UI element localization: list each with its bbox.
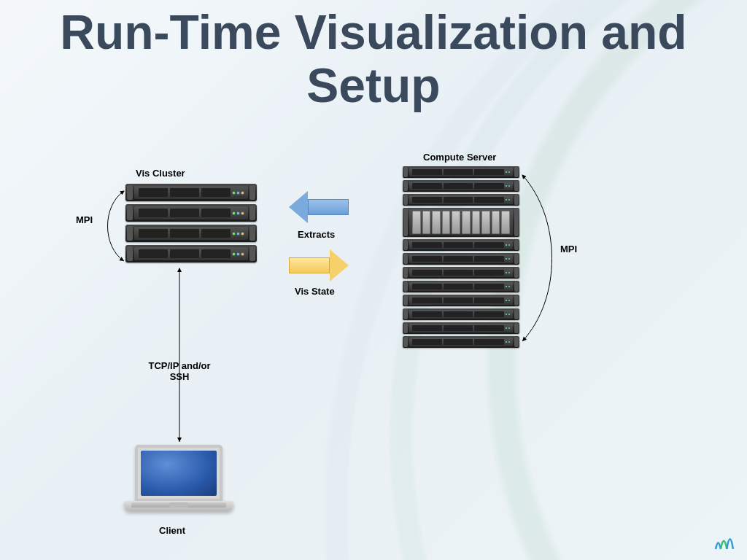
label-client: Client [159, 525, 185, 536]
server-rack-unit-icon [125, 225, 257, 242]
slide-title: Run-Time Visualization and Setup [0, 6, 747, 112]
vis-cluster-rack [125, 184, 257, 265]
server-rack-unit-icon [125, 245, 257, 262]
label-vis-cluster: Vis Cluster [136, 168, 185, 179]
server-rack-unit-icon [403, 166, 519, 178]
arrow-right-icon [289, 249, 349, 281]
server-rack-unit-icon [125, 204, 257, 222]
disk-array-unit-icon [403, 208, 519, 237]
server-rack-unit-icon [403, 322, 519, 334]
server-rack-unit-icon [403, 253, 519, 265]
server-rack-unit-icon [403, 336, 519, 348]
label-mpi-right: MPI [560, 244, 577, 254]
compute-server-rack [403, 166, 519, 350]
server-rack-unit-icon [403, 267, 519, 279]
label-tcp-ssh-line1: TCP/IP and/or [149, 360, 211, 371]
label-vis-state: Vis State [295, 286, 335, 297]
arrow-left-icon [289, 191, 349, 223]
server-rack-unit-icon [403, 180, 519, 192]
label-extracts: Extracts [298, 229, 335, 240]
server-rack-unit-icon [403, 295, 519, 306]
label-compute-server: Compute Server [423, 152, 496, 163]
server-rack-unit-icon [403, 281, 519, 292]
server-rack-unit-icon [403, 239, 519, 251]
label-tcp-ssh: TCP/IP and/or SSH [136, 360, 223, 382]
label-mpi-left: MPI [76, 214, 93, 225]
server-rack-unit-icon [403, 308, 519, 320]
server-rack-unit-icon [125, 184, 257, 201]
kitware-logo-icon [712, 528, 737, 553]
laptop-icon [124, 445, 233, 511]
server-rack-unit-icon [403, 194, 519, 206]
label-tcp-ssh-line2: SSH [170, 371, 190, 382]
